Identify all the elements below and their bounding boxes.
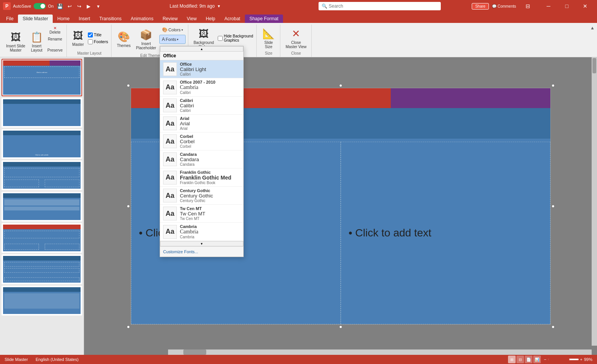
share-button[interactable]: Share bbox=[472, 3, 489, 10]
search-bar[interactable]: 🔍 bbox=[319, 2, 441, 10]
ribbon-collapse[interactable]: ▲ bbox=[589, 24, 595, 57]
customize-fonts-button[interactable]: Customize Fonts... bbox=[163, 249, 198, 254]
insert-placeholder-button[interactable]: 📦 InsertPlaceholder bbox=[134, 29, 159, 50]
font-item-corbel[interactable]: Aa Corbel Corbel Corbel bbox=[160, 133, 243, 150]
font-item-cambria[interactable]: Aa Cambria Cambria Cambria bbox=[160, 223, 243, 241]
presenter-view-button[interactable]: 📊 bbox=[533, 356, 541, 363]
zoom-in-button[interactable]: + bbox=[580, 357, 582, 362]
ribbon-display-button[interactable]: ⊟ bbox=[519, 0, 537, 12]
title-check[interactable]: Title bbox=[87, 32, 109, 38]
handle-top-right[interactable] bbox=[552, 84, 555, 87]
handle-right[interactable] bbox=[552, 205, 555, 208]
present-button[interactable]: ▶ bbox=[84, 2, 93, 10]
vertical-scroll-thumb[interactable] bbox=[592, 58, 596, 73]
font-item-arial[interactable]: Aa Arial Arial Arial bbox=[160, 115, 243, 133]
handle-left[interactable] bbox=[127, 205, 130, 208]
horizontal-scroll-thumb[interactable] bbox=[183, 349, 206, 355]
handle-top[interactable] bbox=[339, 84, 342, 87]
colors-dropdown[interactable]: 🎨 Colors ▾ bbox=[159, 25, 186, 34]
handle-bottom[interactable] bbox=[339, 325, 342, 328]
scroll-down-button[interactable]: ▼ bbox=[160, 241, 243, 246]
handle-top-left[interactable] bbox=[127, 84, 130, 87]
rename-button[interactable]: Rename bbox=[46, 36, 64, 47]
close-button[interactable]: ✕ bbox=[576, 0, 594, 12]
autosave-toggle[interactable] bbox=[34, 3, 46, 9]
font-body-office2007: Calibri bbox=[180, 91, 215, 95]
font-aa-century: Aa bbox=[163, 189, 177, 202]
slide-sorter-button[interactable]: ⊟ bbox=[516, 356, 524, 363]
hide-bg-check[interactable]: Hide BackgroundGraphics bbox=[217, 33, 254, 43]
font-heading-century: Century Gothic bbox=[180, 193, 213, 199]
reading-view-button[interactable]: 📄 bbox=[525, 356, 532, 363]
slide-thumb-8[interactable] bbox=[2, 286, 82, 315]
slide-thumb-3[interactable]: Click to add subtitle bbox=[2, 129, 82, 159]
redo-button[interactable]: ↪ bbox=[75, 2, 83, 10]
tab-insert[interactable]: Insert bbox=[74, 15, 95, 23]
zoom-slider[interactable] bbox=[548, 359, 579, 360]
ribbon-group-edit-master: 🖼 Insert SlideMaster 📋 InsertLayout ✕ De… bbox=[2, 24, 67, 57]
title-bar-center: Last Modified: 9m ago ▾ bbox=[102, 3, 287, 9]
fonts-current-name: Office bbox=[163, 53, 176, 58]
tab-acrobat[interactable]: Acrobat bbox=[220, 15, 245, 23]
zoom-out-button[interactable]: − bbox=[544, 357, 546, 362]
font-item-office[interactable]: Aa Office Calibri Light Calibri bbox=[160, 60, 243, 78]
tab-home[interactable]: Home bbox=[53, 15, 74, 23]
title-checkbox[interactable] bbox=[88, 32, 93, 37]
hide-bg-checkbox[interactable] bbox=[218, 36, 223, 41]
tab-shape-format[interactable]: Shape Format bbox=[245, 15, 283, 23]
undo-button[interactable]: ↩ bbox=[65, 2, 74, 10]
fonts-dropdown-btn[interactable]: A Fonts ▾ bbox=[159, 35, 186, 44]
slide-thumb-2[interactable] bbox=[2, 98, 82, 128]
slide-thumb-7[interactable] bbox=[2, 254, 82, 284]
horizontal-scrollbar[interactable] bbox=[168, 349, 592, 355]
vertical-scrollbar[interactable] bbox=[592, 57, 597, 346]
tab-transitions[interactable]: Transitions bbox=[95, 15, 126, 23]
font-heading-franklin: Franklin Gothic Med bbox=[180, 175, 231, 181]
insert-slide-master-button[interactable]: 🖼 Insert SlideMaster bbox=[4, 31, 28, 52]
font-info-cambria: Cambria Cambria Cambria bbox=[180, 224, 198, 239]
font-item-twcen[interactable]: Aa Tw Cen MT Tw Cen MT Tw Cen MT bbox=[160, 205, 243, 223]
master-button[interactable]: 🖼 Master bbox=[70, 28, 86, 49]
slide-thumb-5[interactable] bbox=[2, 192, 82, 222]
slide-thumb-6[interactable] bbox=[2, 223, 82, 253]
font-item-candara[interactable]: Aa Candara Candara Candara bbox=[160, 150, 243, 168]
ribbon-tabs: File Slide Master Home Insert Transition… bbox=[0, 12, 597, 23]
footers-check[interactable]: Footers bbox=[87, 39, 109, 45]
slide-thumb-1[interactable]: Click to edit text bbox=[2, 59, 82, 96]
zoom-bar: − + 99% bbox=[544, 357, 592, 362]
normal-view-button[interactable]: ⊞ bbox=[508, 356, 516, 363]
tab-animations[interactable]: Animations bbox=[126, 15, 158, 23]
close-master-view-button[interactable]: ✕ CloseMaster View bbox=[283, 28, 309, 49]
footers-checkbox[interactable] bbox=[88, 39, 93, 44]
tab-view[interactable]: View bbox=[182, 15, 201, 23]
tab-slide-master[interactable]: Slide Master bbox=[18, 15, 53, 23]
tab-review[interactable]: Review bbox=[158, 15, 182, 23]
slide-thumb-4[interactable] bbox=[2, 160, 82, 190]
handle-bottom-right[interactable] bbox=[552, 325, 555, 328]
search-input[interactable] bbox=[329, 3, 438, 9]
tab-help[interactable]: Help bbox=[201, 15, 220, 23]
font-item-office2007[interactable]: Aa Office 2007 - 2010 Cambria Calibri bbox=[160, 78, 243, 97]
font-item-franklin[interactable]: Aa Franklin Gothic Franklin Gothic Med F… bbox=[160, 168, 243, 187]
ribbon: 🖼 Insert SlideMaster 📋 InsertLayout ✕ De… bbox=[0, 23, 597, 57]
themes-button[interactable]: 🎨 Themes bbox=[115, 29, 133, 50]
font-item-calibri[interactable]: Aa Calibri Calibri Calibri bbox=[160, 97, 243, 115]
right-text-placeholder[interactable]: • Click to add text bbox=[341, 142, 550, 324]
scroll-up-button[interactable]: ▲ bbox=[160, 46, 243, 52]
tab-file[interactable]: File bbox=[2, 15, 18, 23]
delete-button[interactable]: ✕ Delete bbox=[46, 25, 64, 36]
preserve-button[interactable]: Preserve bbox=[46, 47, 64, 58]
insert-layout-button[interactable]: 📋 InsertLayout bbox=[28, 31, 45, 52]
font-item-century[interactable]: Aa Century Gothic Century Gothic Century… bbox=[160, 187, 243, 205]
maximize-button[interactable]: □ bbox=[558, 0, 576, 12]
edit-master-buttons: 🖼 Insert SlideMaster 📋 InsertLayout ✕ De… bbox=[4, 25, 64, 58]
minimize-button[interactable]: ─ bbox=[540, 0, 557, 12]
save-button[interactable]: 💾 bbox=[56, 2, 64, 10]
handle-bottom-left[interactable] bbox=[127, 325, 130, 328]
fonts-scroll-area[interactable]: Aa Office Calibri Light Calibri Aa Offic… bbox=[160, 60, 243, 241]
comments-button[interactable]: 💬 Comments bbox=[492, 4, 516, 8]
slide-size-button[interactable]: 📐 SlideSize bbox=[260, 28, 277, 49]
fonts-dropdown-header: Office bbox=[160, 52, 243, 60]
fonts-footer: Customize Fonts... bbox=[160, 246, 243, 257]
customize-quick-access[interactable]: ▾ bbox=[94, 2, 102, 10]
